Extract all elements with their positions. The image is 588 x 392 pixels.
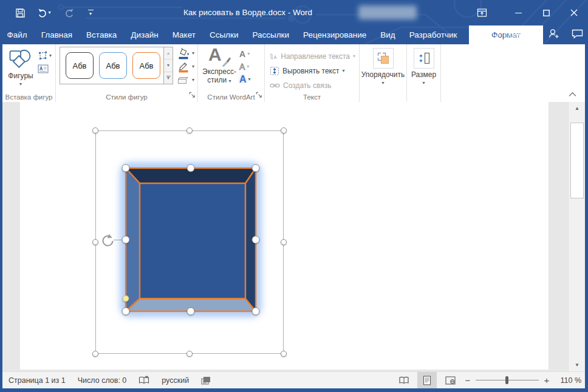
shape-outline-button[interactable]: ▾ [176, 61, 196, 73]
zoom-in-button[interactable]: + [542, 375, 551, 385]
edit-shape-button[interactable]: ▾ [38, 50, 52, 61]
canvas-handle-ne[interactable] [281, 127, 287, 133]
canvas-handle-nw[interactable] [92, 127, 98, 133]
shape-fill-icon [177, 47, 190, 59]
input-language-button[interactable] [201, 376, 211, 385]
close-button[interactable] [560, 0, 588, 25]
shape-handle-nw[interactable] [122, 164, 130, 172]
read-mode-button[interactable] [394, 372, 414, 388]
create-link-label: Создать связь [283, 81, 331, 90]
textbox-button[interactable] [38, 64, 52, 73]
shape-handle-n[interactable] [187, 164, 195, 172]
group-arrange: Упорядочить ▾ [360, 44, 407, 102]
proofing-icon [138, 376, 149, 385]
help-label: Помощн [504, 30, 536, 39]
vertical-scrollbar[interactable]: ▲ ▼ [568, 102, 585, 371]
shape-handle-sw[interactable] [122, 308, 130, 316]
shape-styles-dialog-launcher[interactable] [189, 92, 196, 100]
canvas-handle-se[interactable] [281, 351, 287, 357]
shapes-icon [8, 48, 33, 70]
rotate-handle[interactable] [100, 233, 115, 250]
print-layout-button[interactable] [417, 372, 437, 388]
wordart-group-label: Стили WordArt [198, 93, 264, 101]
tab-design[interactable]: Дизайн [124, 25, 165, 44]
word-count[interactable]: Число слов: 0 [78, 376, 127, 385]
arrange-label: Упорядочить [361, 70, 405, 79]
tab-insert[interactable]: Вставка [80, 25, 124, 44]
canvas-handle-n[interactable] [186, 127, 193, 133]
style-thumb-1[interactable]: Абв [66, 52, 94, 79]
text-fill-button[interactable]: А▾ [239, 48, 251, 60]
undo-button[interactable]: ▾ [35, 5, 53, 20]
shape-handle-ne[interactable] [252, 164, 260, 172]
style-thumb-3[interactable]: Абв [132, 52, 160, 79]
text-effects-button[interactable]: А▾ [239, 73, 251, 86]
scroll-up-button[interactable]: ▲ [570, 103, 584, 113]
scroll-up-icon: ▲ [575, 106, 579, 111]
gallery-scroll-down-button[interactable]: ▼ [164, 59, 173, 72]
collapse-ribbon-button[interactable] [569, 90, 576, 99]
arrange-button[interactable]: Упорядочить ▾ [360, 47, 406, 86]
customize-quick-access-button[interactable]: ▾ [84, 5, 97, 20]
collapse-ribbon-icon [569, 92, 576, 97]
tab-file[interactable]: Файл [0, 25, 34, 44]
tell-me-button[interactable]: Помощн [492, 30, 536, 40]
minimize-button[interactable] [504, 0, 532, 25]
web-layout-button[interactable] [440, 372, 460, 388]
shape-effects-button[interactable]: ▾ [176, 74, 196, 86]
proofing-status[interactable] [138, 376, 149, 385]
tab-mailings[interactable]: Рассылки [245, 25, 296, 44]
ribbon-display-options-button[interactable] [470, 0, 494, 25]
input-language-icon [201, 376, 211, 385]
scroll-down-button[interactable]: ▼ [570, 360, 584, 370]
user-account-blurred[interactable] [358, 5, 417, 19]
share-button[interactable] [548, 29, 559, 41]
scrollbar-thumb[interactable] [570, 123, 584, 198]
create-link-button[interactable]: Создать связь [270, 78, 355, 93]
gallery-scroll-up-button[interactable]: ▲ [164, 47, 173, 59]
language-indicator[interactable]: русский [162, 376, 189, 385]
insert-shapes-group-label: Вставка фигур [2, 93, 55, 101]
shape-fill-button[interactable]: ▾ [176, 47, 196, 59]
quick-styles-label-1: Экспресс- [202, 67, 236, 76]
save-button[interactable] [13, 5, 27, 20]
text-direction-button[interactable]: Направление текста ▾ [270, 49, 355, 64]
text-box-icon [38, 64, 49, 73]
align-text-button[interactable]: Выровнять текст ▾ [270, 64, 355, 78]
wordart-dialog-launcher[interactable] [256, 92, 262, 100]
redo-button[interactable] [62, 5, 75, 20]
tab-layout[interactable]: Макет [165, 25, 202, 44]
zoom-slider-handle[interactable] [505, 376, 508, 384]
canvas-handle-e[interactable] [281, 239, 287, 245]
canvas-handle-s[interactable] [186, 351, 193, 357]
zoom-level[interactable]: 110 % [555, 376, 581, 385]
canvas-handle-w[interactable] [92, 239, 98, 245]
zoom-slider[interactable] [476, 372, 539, 388]
comments-button[interactable] [572, 29, 583, 41]
tab-references[interactable]: Ссылки [202, 25, 245, 44]
tab-review[interactable]: Рецензирование [296, 25, 374, 44]
read-mode-icon [398, 376, 409, 384]
page-indicator[interactable]: Страница 1 из 1 [9, 376, 66, 385]
redo-icon [64, 8, 74, 18]
maximize-button[interactable] [532, 0, 560, 25]
text-outline-button[interactable]: А▾ [239, 61, 251, 73]
gallery-more-button[interactable]: ▼ [164, 72, 173, 84]
shape-handle-s[interactable] [187, 308, 195, 316]
zoom-out-button[interactable]: − [463, 375, 472, 385]
align-text-icon [270, 66, 279, 76]
tab-view[interactable]: Вид [374, 25, 402, 44]
shape-handle-w[interactable] [122, 236, 130, 244]
shape-handle-se[interactable] [252, 308, 260, 316]
shape-handle-e[interactable] [252, 236, 260, 244]
tab-home[interactable]: Главная [34, 25, 79, 44]
canvas-handle-sw[interactable] [92, 351, 98, 357]
group-size: Размер ▾ [407, 44, 441, 102]
style-thumb-2[interactable]: Абв [99, 52, 127, 79]
tab-developer[interactable]: Разработчик [402, 25, 464, 44]
tabrow-right: Помощн [492, 25, 583, 44]
shape-adjust-handle[interactable] [123, 296, 129, 302]
undo-caret-icon: ▾ [48, 10, 50, 15]
size-label: Размер [411, 70, 436, 79]
size-button[interactable]: Размер ▾ [407, 47, 440, 86]
